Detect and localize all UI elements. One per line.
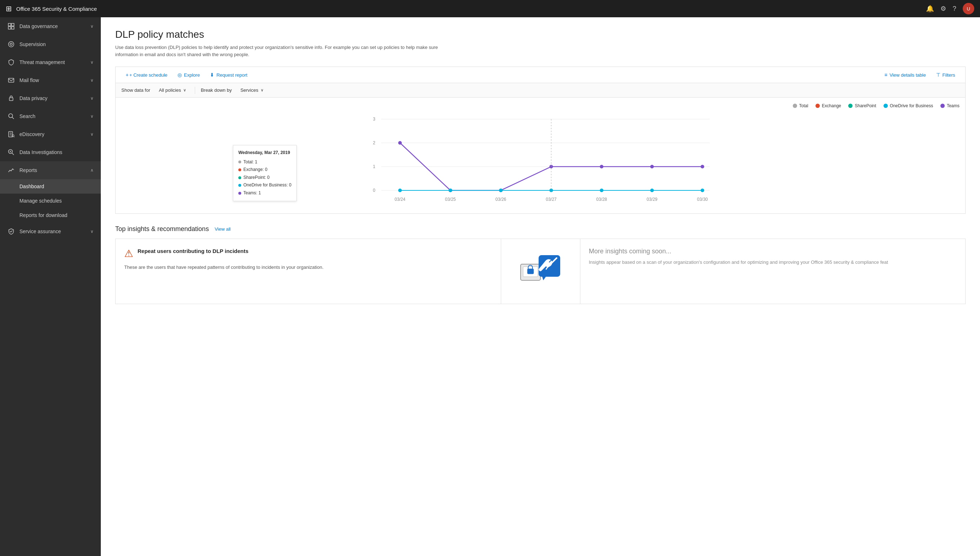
- svg-text:2: 2: [373, 141, 375, 145]
- legend-teams-dot: [940, 103, 945, 108]
- filter-divider: [195, 87, 195, 94]
- break-down-by-value: Services: [241, 87, 259, 93]
- svg-point-39: [650, 189, 654, 192]
- sidebar-item-data-privacy[interactable]: Data privacy ∨: [0, 89, 101, 107]
- svg-text:03/24: 03/24: [395, 197, 405, 202]
- reports-label: Reports: [19, 167, 91, 173]
- insights-title: Top insights & recommendations: [115, 225, 209, 233]
- show-data-for-value: All policies: [159, 87, 181, 93]
- notification-icon[interactable]: 🔔: [926, 5, 934, 13]
- show-data-for-label: Show data for: [121, 87, 150, 93]
- svg-text:1: 1: [373, 164, 375, 169]
- sidebar-item-data-governance[interactable]: Data governance ∨: [0, 17, 101, 35]
- data-governance-icon: [7, 22, 15, 30]
- sidebar-sub-item-dashboard[interactable]: Dashboard: [0, 179, 101, 194]
- search-chevron: ∨: [91, 114, 94, 119]
- sidebar: Data governance ∨ Supervision Threat man…: [0, 17, 101, 556]
- svg-text:03/26: 03/26: [495, 197, 506, 202]
- data-privacy-chevron: ∨: [91, 96, 94, 101]
- settings-icon[interactable]: ⚙: [940, 5, 946, 13]
- supervision-icon: [7, 40, 15, 48]
- insights-grid: ⚠ Repeat users contributing to DLP incid…: [115, 239, 965, 304]
- filter-bar: Show data for All policies ∨ Break down …: [115, 83, 965, 97]
- view-all-link[interactable]: View all: [215, 226, 231, 232]
- explore-icon: ◎: [178, 72, 182, 78]
- svg-rect-44: [527, 269, 534, 274]
- request-report-label: Request report: [217, 72, 247, 78]
- break-down-by-chevron: ∨: [261, 88, 264, 92]
- legend-teams: Teams: [940, 103, 959, 108]
- svg-rect-7: [10, 98, 13, 101]
- sidebar-item-mail-flow[interactable]: Mail flow ∨: [0, 71, 101, 89]
- data-privacy-label: Data privacy: [19, 95, 91, 101]
- data-investigations-icon: [7, 148, 15, 156]
- insight-card-repeat-users: ⚠ Repeat users contributing to DLP incid…: [116, 239, 501, 304]
- svg-text:03/27: 03/27: [546, 197, 556, 202]
- svg-point-32: [650, 165, 654, 168]
- reports-for-download-label: Reports for download: [19, 212, 67, 218]
- insight-coming-soon-title: More insights coming soon...: [589, 247, 957, 255]
- legend-exchange-label: Exchange: [822, 103, 841, 108]
- sidebar-item-threat-management[interactable]: Threat management ∨: [0, 53, 101, 71]
- svg-text:03/28: 03/28: [596, 197, 607, 202]
- svg-text:03/29: 03/29: [647, 197, 657, 202]
- filters-icon: ⊤: [936, 72, 940, 78]
- sidebar-item-data-investigations[interactable]: Data Investigations: [0, 143, 101, 161]
- legend-onedrive-dot: [883, 103, 888, 108]
- view-details-table-button[interactable]: ≡ View details table: [880, 70, 930, 80]
- legend-onedrive-label: OneDrive for Business: [890, 103, 933, 108]
- mail-flow-icon: [7, 76, 15, 84]
- legend-onedrive: OneDrive for Business: [883, 103, 933, 108]
- warning-icon: ⚠: [124, 247, 133, 259]
- svg-point-33: [700, 165, 704, 168]
- svg-point-38: [600, 189, 603, 192]
- help-icon[interactable]: ?: [953, 5, 956, 13]
- insights-header: Top insights & recommendations View all: [115, 225, 965, 233]
- sidebar-item-reports[interactable]: Reports ∧: [0, 161, 101, 179]
- svg-point-5: [10, 43, 12, 45]
- sidebar-item-search[interactable]: Search ∨: [0, 107, 101, 125]
- chart-legend: Total Exchange SharePoint OneDrive for B…: [121, 103, 959, 108]
- waffle-icon[interactable]: ⊞: [6, 4, 12, 13]
- svg-text:0: 0: [373, 188, 375, 193]
- sidebar-sub-item-reports-for-download[interactable]: Reports for download: [0, 208, 101, 222]
- svg-rect-2: [8, 27, 11, 29]
- create-schedule-button[interactable]: + + Create schedule: [121, 70, 172, 80]
- insight-repeat-users-title: Repeat users contributing to DLP inciden…: [137, 247, 248, 255]
- sidebar-sub-item-manage-schedules[interactable]: Manage schedules: [0, 194, 101, 208]
- chart-svg-wrapper: 3 2 1 0 03/24 03/25 03/26 03/27 03/28 03…: [121, 113, 959, 208]
- svg-text:03/25: 03/25: [445, 197, 456, 202]
- filters-button[interactable]: ⊤ Filters: [932, 70, 959, 80]
- sidebar-item-service-assurance[interactable]: Service assurance ∨: [0, 222, 101, 241]
- break-down-by-label: Break down by: [201, 87, 232, 93]
- chart-svg: 3 2 1 0 03/24 03/25 03/26 03/27 03/28 03…: [121, 113, 959, 206]
- ediscovery-label: eDiscovery: [19, 131, 91, 137]
- reports-icon: [7, 166, 15, 174]
- manage-schedules-label: Manage schedules: [19, 198, 62, 204]
- insight-repeat-users-body: These are the users that have repeated p…: [124, 264, 492, 271]
- legend-teams-label: Teams: [947, 103, 959, 108]
- threat-management-label: Threat management: [19, 59, 91, 65]
- service-assurance-chevron: ∨: [91, 229, 94, 234]
- main-layout: Data governance ∨ Supervision Threat man…: [0, 17, 980, 556]
- request-report-button[interactable]: ⬇ Request report: [205, 70, 252, 80]
- search-label: Search: [19, 113, 91, 119]
- avatar[interactable]: U: [963, 3, 974, 15]
- content-area: DLP policy matches Use data loss prevent…: [101, 17, 980, 556]
- page-description: Use data loss prevention (DLP) policies …: [115, 44, 439, 58]
- request-report-icon: ⬇: [210, 72, 214, 78]
- sidebar-item-supervision[interactable]: Supervision: [0, 35, 101, 53]
- svg-marker-46: [542, 277, 546, 280]
- show-data-for-select[interactable]: All policies ∨: [156, 86, 189, 94]
- svg-point-27: [398, 141, 402, 145]
- chart-container: Total Exchange SharePoint OneDrive for B…: [115, 97, 965, 214]
- sidebar-item-ediscovery[interactable]: eDiscovery ∨: [0, 125, 101, 143]
- insight-card-coming-soon: More insights coming soon... Insights ap…: [581, 239, 965, 304]
- explore-button[interactable]: ◎ Explore: [173, 70, 204, 80]
- search-icon: [7, 112, 15, 120]
- break-down-by-select[interactable]: Services ∨: [238, 86, 267, 94]
- svg-rect-1: [11, 23, 14, 26]
- legend-sharepoint-label: SharePoint: [855, 103, 876, 108]
- svg-point-36: [499, 189, 503, 192]
- legend-exchange-dot: [815, 103, 820, 108]
